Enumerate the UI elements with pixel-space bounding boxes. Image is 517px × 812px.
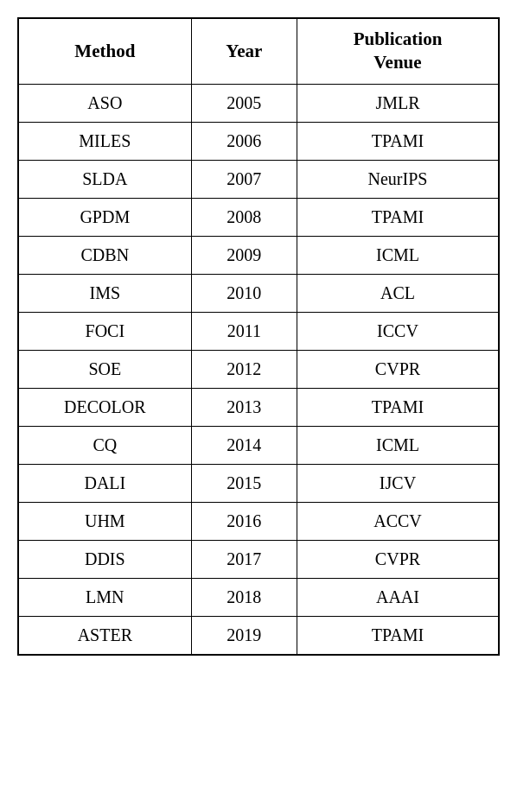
cell-year: 2016 bbox=[191, 502, 297, 540]
cell-year: 2008 bbox=[191, 198, 297, 236]
table-row: DECOLOR2013TPAMI bbox=[18, 388, 499, 426]
cell-venue: TPAMI bbox=[297, 616, 499, 655]
cell-method: FOCI bbox=[18, 312, 191, 350]
table-row: DALI2015IJCV bbox=[18, 464, 499, 502]
cell-venue: CVPR bbox=[297, 540, 499, 578]
cell-venue: TPAMI bbox=[297, 122, 499, 160]
cell-venue: AAAI bbox=[297, 578, 499, 616]
cell-year: 2018 bbox=[191, 578, 297, 616]
cell-venue: ICCV bbox=[297, 312, 499, 350]
cell-venue: JMLR bbox=[297, 84, 499, 122]
cell-year: 2012 bbox=[191, 350, 297, 388]
cell-method: DECOLOR bbox=[18, 388, 191, 426]
cell-year: 2013 bbox=[191, 388, 297, 426]
cell-method: ASTER bbox=[18, 616, 191, 655]
table-row: SLDA2007NeurIPS bbox=[18, 160, 499, 198]
cell-method: GPDM bbox=[18, 198, 191, 236]
table-row: GPDM2008TPAMI bbox=[18, 198, 499, 236]
table-container: Method Year PublicationVenue ASO2005JMLR… bbox=[17, 17, 500, 656]
cell-year: 2010 bbox=[191, 274, 297, 312]
cell-method: SLDA bbox=[18, 160, 191, 198]
table-row: MILES2006TPAMI bbox=[18, 122, 499, 160]
cell-venue: TPAMI bbox=[297, 198, 499, 236]
cell-venue: TPAMI bbox=[297, 388, 499, 426]
cell-year: 2005 bbox=[191, 84, 297, 122]
cell-year: 2015 bbox=[191, 464, 297, 502]
table-row: LMN2018AAAI bbox=[18, 578, 499, 616]
table-row: IMS2010ACL bbox=[18, 274, 499, 312]
cell-method: MILES bbox=[18, 122, 191, 160]
cell-venue: ACCV bbox=[297, 502, 499, 540]
cell-venue: IJCV bbox=[297, 464, 499, 502]
table-row: FOCI2011ICCV bbox=[18, 312, 499, 350]
cell-year: 2017 bbox=[191, 540, 297, 578]
cell-venue: NeurIPS bbox=[297, 160, 499, 198]
cell-method: ASO bbox=[18, 84, 191, 122]
header-row: Method Year PublicationVenue bbox=[18, 18, 499, 84]
cell-year: 2006 bbox=[191, 122, 297, 160]
header-method: Method bbox=[18, 18, 191, 84]
cell-method: IMS bbox=[18, 274, 191, 312]
table-row: CDBN2009ICML bbox=[18, 236, 499, 274]
table-row: SOE2012CVPR bbox=[18, 350, 499, 388]
cell-year: 2014 bbox=[191, 426, 297, 464]
cell-year: 2009 bbox=[191, 236, 297, 274]
cell-venue: CVPR bbox=[297, 350, 499, 388]
table-row: ASO2005JMLR bbox=[18, 84, 499, 122]
header-venue: PublicationVenue bbox=[297, 18, 499, 84]
cell-venue: ACL bbox=[297, 274, 499, 312]
cell-year: 2019 bbox=[191, 616, 297, 655]
cell-method: UHM bbox=[18, 502, 191, 540]
cell-year: 2011 bbox=[191, 312, 297, 350]
cell-method: SOE bbox=[18, 350, 191, 388]
header-year: Year bbox=[191, 18, 297, 84]
cell-method: LMN bbox=[18, 578, 191, 616]
table-row: ASTER2019TPAMI bbox=[18, 616, 499, 655]
cell-method: CDBN bbox=[18, 236, 191, 274]
cell-venue: ICML bbox=[297, 236, 499, 274]
cell-year: 2007 bbox=[191, 160, 297, 198]
cell-method: CQ bbox=[18, 426, 191, 464]
table-row: UHM2016ACCV bbox=[18, 502, 499, 540]
cell-method: DALI bbox=[18, 464, 191, 502]
cell-venue: ICML bbox=[297, 426, 499, 464]
table-row: DDIS2017CVPR bbox=[18, 540, 499, 578]
cell-method: DDIS bbox=[18, 540, 191, 578]
data-table: Method Year PublicationVenue ASO2005JMLR… bbox=[17, 17, 500, 656]
table-row: CQ2014ICML bbox=[18, 426, 499, 464]
